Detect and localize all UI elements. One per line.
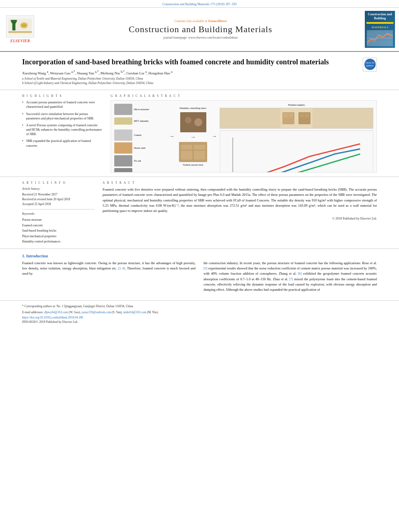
svg-rect-26 [289,113,293,117]
ga-porous-box [114,168,132,173]
svg-rect-17 [194,145,205,150]
svg-point-12 [185,117,191,123]
keyword-5: Humidity-control performances [22,239,95,244]
ga-brick-box [179,142,207,162]
article-title-text: Incorporation of sand-based breathing br… [22,58,359,86]
ga-flyash-label: Fly ash [134,160,141,162]
article-info-column: A R T I C L E I N F O Article history: R… [22,181,95,244]
svg-rect-20 [181,156,192,160]
graphical-abstract-image: Micro-structure 800°C diatomite Cement [111,100,377,173]
footnote-section: * Corresponding authors at: No. 1 Qingga… [0,300,399,326]
cover-title: Construction and Building [366,12,393,21]
ga-arrow-3: → [212,104,217,169]
ga-arrow-1: → [169,104,175,169]
keyword-3: Sand-based breathing bricks [22,228,95,234]
ga-right-col: Finished samples [220,104,373,169]
ga-diatomite-box [114,117,132,125]
ref-1-4: [1–4] [118,267,125,270]
ga-micro-label: Micro-structure [134,108,149,111]
abstract-heading: A B S T R A C T [103,181,377,185]
intro-left-col: Foamed concrete was known as lightweight… [22,261,195,293]
cover-bar [366,22,393,24]
ga-flyash-box [114,155,132,166]
ga-chart-1 [220,130,373,173]
keyword-2: Foamed concrete [22,223,95,228]
ga-sand-row: Desert sand [114,142,167,154]
svg-rect-28 [305,113,309,117]
ga-humidity-label: Humidity controlling slurry [180,107,206,109]
abstract-column: A B S T R A C T Foamed concrete with fiv… [103,181,377,244]
abstract-text: Foamed concrete with five densities were… [103,187,377,214]
svg-rect-16 [181,145,192,150]
intro-right-text: the construction industry. In recent yea… [204,261,377,293]
highlights-heading: H I G H L I G H T S [22,94,103,98]
email-3-link[interactable]: nmh414@163.com [123,310,146,314]
sciencedirect-text: Contents lists available at ScienceDirec… [40,19,361,23]
ga-slurry-box [180,112,206,132]
ga-sand-box [114,142,132,154]
journal-citation: Construction and Building Materials 175 … [162,2,237,6]
keywords-list: Porous structure Foamed concrete Sand-ba… [22,217,95,244]
cover-subtitle: MATERIALS [372,26,389,29]
article-info-heading: A R T I C L E I N F O [22,181,95,185]
elsevier-logo-img [6,15,34,37]
journal-cover: Construction and Building MATERIALS [365,11,395,48]
keywords-label: Keywords: [22,212,95,216]
article-history-label: Article history: [22,187,95,191]
doi-line: https://doi.org/10.1016/j.conbuildmat.20… [22,316,377,319]
ga-arrow-diatomite: 800°C diatomite [114,117,167,125]
svg-rect-18 [181,151,192,156]
svg-point-14 [190,124,195,129]
article-authors: Xuezheng Wang a, Wenyuan Gao a,*, Shuang… [22,70,359,75]
journal-title: Construction and Building Materials [40,24,361,35]
highlight-item-4: SBB expanded the practical application o… [22,139,103,148]
ga-cement-box [114,129,132,141]
doi-link[interactable]: https://doi.org/10.1016/j.conbuildmat.20… [22,316,83,319]
info-divider [22,209,95,210]
highlight-item-3: A novel Porous systems composing of foam… [22,123,103,137]
ga-arrow-2: → [190,134,196,140]
ga-finished-label: Finished samples [220,104,373,106]
email-2-link[interactable]: yanye150@outlook.com [81,310,111,314]
ga-charts-col [220,130,373,173]
keyword-1: Porous structure [22,217,95,223]
keyword-4: Physi-mechanical properties [22,234,95,239]
highlights-column: H I G H L I G H T S Accurate porous para… [22,94,103,173]
highlight-item-1: Accurate porous parameters of foamed con… [22,100,103,109]
svg-rect-3 [11,20,17,22]
ga-cement-row: Cement [114,129,167,141]
article-title-section: Incorporation of sand-based breathing br… [0,52,399,90]
graphical-abstract-column: G R A P H I C A L A B S T R A C T Micro-… [111,94,377,173]
introduction-section: 1. Introduction Foamed concrete was know… [0,249,399,297]
issn-line: 0950-0618/© 2018 Published by Elsevier L… [22,320,377,324]
svg-rect-6 [8,32,32,33]
intro-right-col: the construction industry. In recent yea… [204,261,377,293]
ga-cement-label: Cement [134,134,142,136]
svg-rect-19 [194,151,205,156]
svg-rect-25 [284,113,288,117]
cover-image [367,30,393,46]
email-1-link[interactable]: dlpwy64@163.com [44,310,68,314]
elsevier-logo: ELSEVIER [4,11,36,48]
svg-rect-21 [194,156,205,160]
info-abstract-section: A R T I C L E I N F O Article history: R… [0,177,399,249]
email-footnote: E-mail addresses: dlpwy64@163.com (W. Ga… [22,310,377,314]
svg-rect-27 [300,113,304,117]
svg-point-5 [21,23,27,27]
ga-porous-row: Porous admixture [114,168,167,173]
accepted-date: Accepted 23 April 2018 [22,202,95,207]
svg-rect-11 [180,112,206,132]
affiliation-a: a School of Textile and Material Enginee… [22,77,359,80]
header-section: ELSEVIER Contents lists available at Sci… [0,8,399,52]
revised-date: Received in revised form 20 April 2018 [22,197,95,202]
svg-rect-29 [220,131,373,173]
intro-left-text: Foamed concrete was known as lightweight… [22,261,195,277]
abstract-copyright: © 2018 Published by Elsevier Ltd. [103,217,377,220]
ga-materials-list: Micro-structure 800°C diatomite Cement [114,104,167,169]
journal-top-line: Construction and Building Materials 175 … [0,0,399,8]
ga-diatomite-label: 800°C diatomite [134,120,148,122]
svg-rect-1 [12,23,16,30]
ga-middle-col: Humidity controlling slurry → [177,104,209,169]
sciencedirect-link[interactable]: ScienceDirect [208,19,227,23]
check-updates-icon: Check forupdates [364,59,376,70]
